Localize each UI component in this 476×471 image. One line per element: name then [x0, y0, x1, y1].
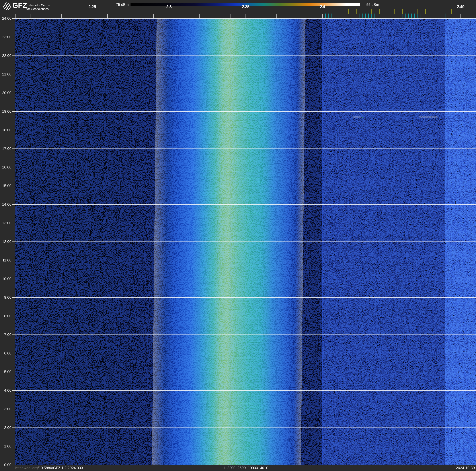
- time-axis-label: 17:00: [0, 146, 11, 151]
- wifi-channel-tick: [341, 9, 341, 14]
- hour-gridline: [12, 316, 476, 316]
- freq-axis-label: 2.35: [235, 4, 256, 9]
- ble-channel-tick: [430, 14, 430, 18]
- ble-channel-tick: [421, 14, 421, 18]
- freq-minor-tick: [292, 14, 292, 18]
- time-axis-label: 7:00: [0, 332, 11, 337]
- freq-minor-tick: [200, 14, 200, 18]
- freq-minor-tick: [31, 14, 31, 18]
- freq-minor-tick: [15, 14, 16, 18]
- hour-gridline: [12, 186, 476, 186]
- wifi-channel-tick: [410, 9, 410, 14]
- hour-gridline: [12, 111, 476, 112]
- colorbar-min-label: -75 dBm: [106, 2, 129, 7]
- time-axis-label: 9:00: [0, 295, 11, 300]
- wifi-channel-tick: [433, 9, 433, 14]
- wifi-channel-tick: [364, 9, 364, 14]
- ble-channel-tick: [411, 14, 412, 18]
- hour-gridline: [12, 148, 476, 149]
- ble-channel-tick: [359, 14, 359, 18]
- ble-channel-tick: [442, 14, 442, 18]
- hour-gridline: [12, 74, 476, 74]
- time-axis-label: 13:00: [0, 221, 11, 225]
- burst-segment: [362, 117, 363, 118]
- freq-minor-tick: [184, 14, 184, 18]
- ble-channel-tick: [408, 14, 408, 18]
- time-axis-label: 11:00: [0, 258, 11, 263]
- ble-channel-tick: [338, 14, 338, 18]
- time-axis-label: 6:00: [0, 351, 11, 356]
- burst-segment: [351, 117, 353, 117]
- ble-channel-tick: [353, 14, 353, 18]
- time-axis-label: 16:00: [0, 165, 11, 170]
- burst-segment: [419, 117, 438, 117]
- freq-axis-label: 2.4: [312, 4, 333, 9]
- wifi-channel-tick: [425, 9, 426, 14]
- burst-segment: [330, 117, 333, 117]
- hour-gridline: [12, 372, 476, 372]
- time-axis-label: 0:00: [0, 463, 11, 467]
- freq-minor-tick: [77, 14, 77, 18]
- freq-minor-tick: [307, 14, 307, 18]
- ble-channel-tick: [344, 14, 344, 18]
- hour-gridline: [12, 446, 476, 446]
- ble-channel-tick: [328, 14, 329, 18]
- time-axis-label: 12:00: [0, 239, 11, 244]
- ble-channel-tick: [418, 14, 418, 18]
- ble-channel-tick: [439, 14, 439, 18]
- wifi-channel-tick: [451, 9, 452, 14]
- burst-segment: [374, 117, 381, 117]
- gfz-logo-icon: [3, 2, 11, 10]
- hour-gridline: [12, 167, 476, 167]
- ble-channel-tick: [393, 14, 393, 18]
- hour-gridline: [12, 37, 476, 37]
- freq-minor-tick: [460, 14, 461, 18]
- ble-channel-tick: [402, 14, 402, 18]
- ble-channel-tick: [356, 14, 357, 18]
- spectrogram-page: GFZ Helmholtz Centre for Geosciences -75…: [0, 0, 476, 471]
- burst-segment: [385, 117, 391, 117]
- time-axis-label: 3:00: [0, 407, 11, 411]
- freq-minor-tick: [322, 14, 323, 18]
- time-axis-label: 24:00: [0, 16, 11, 21]
- freq-minor-tick: [230, 14, 230, 18]
- freq-minor-tick: [92, 14, 92, 18]
- hour-gridline: [12, 18, 476, 18]
- ble-channel-tick: [414, 14, 415, 18]
- wifi-channel-tick: [356, 9, 357, 14]
- freq-minor-tick: [138, 14, 138, 18]
- ble-channel-tick: [378, 14, 378, 18]
- time-axis-label: 4:00: [0, 388, 11, 393]
- burst-segment: [442, 117, 446, 117]
- wifi-channel-tick: [387, 9, 387, 14]
- time-axis-label: 14:00: [0, 202, 11, 207]
- time-axis-label: 8:00: [0, 314, 11, 318]
- ble-channel-tick: [399, 14, 399, 18]
- ble-channel-tick: [396, 14, 396, 18]
- wifi-channel-tick: [402, 9, 403, 14]
- freq-minor-tick: [153, 14, 154, 18]
- wifi-channel-tick: [418, 9, 418, 14]
- ble-channel-tick: [368, 14, 369, 18]
- footer-doi-link[interactable]: https://doi.org/10.5880/GFZ.1.2.2024.003: [15, 466, 83, 470]
- ble-channel-tick: [433, 14, 433, 18]
- wifi-channel-tick: [394, 9, 395, 14]
- hour-gridline: [12, 279, 476, 279]
- time-axis-label: 18:00: [0, 128, 11, 132]
- time-axis-label: 15:00: [0, 183, 11, 188]
- time-axis-label: 1:00: [0, 444, 11, 449]
- colorbar-max-label: -55 dBm: [365, 2, 379, 7]
- ble-channel-tick: [350, 14, 350, 18]
- hour-gridline: [12, 130, 476, 130]
- hour-gridline: [12, 334, 476, 335]
- gfz-logo-subtitle-line2: for Geosciences: [26, 7, 50, 11]
- freq-axis-label: 2.3: [158, 4, 180, 9]
- hour-gridline: [12, 390, 476, 391]
- hour-gridline: [12, 223, 476, 223]
- ble-channel-tick: [374, 14, 375, 18]
- wifi-channel-tick: [348, 9, 349, 14]
- ble-channel-tick: [332, 14, 332, 18]
- freq-axis-label: 2.25: [81, 4, 103, 9]
- freq-axis-label: 2.49: [450, 4, 471, 9]
- freq-minor-tick: [261, 14, 261, 18]
